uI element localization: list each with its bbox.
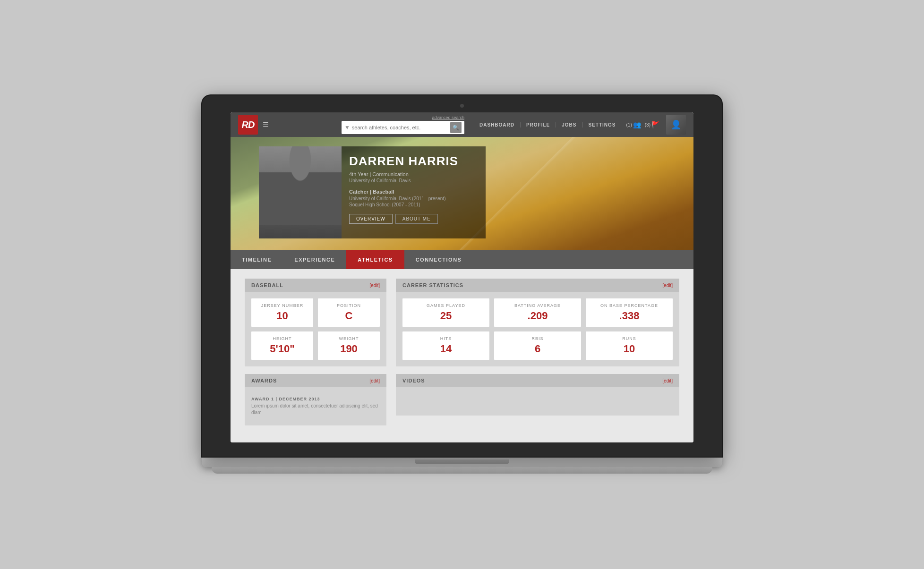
nav-dashboard[interactable]: DASHBOARD <box>474 122 521 127</box>
career-rbis-label: RBIs <box>500 336 575 341</box>
hero-sport-detail-2: Soquel High School (2007 - 2011) <box>349 202 478 207</box>
baseball-stats-grid: JERSEY NUMBER 10 POSITION C HEIGHT 5'10" <box>251 298 380 360</box>
nav-profile[interactable]: PROFILE <box>521 122 556 127</box>
award-title: AWARD 1 | DECEMBER 2013 <box>251 397 380 401</box>
nav-settings[interactable]: SETTINGS <box>583 122 622 127</box>
stat-height-label: HEIGHT <box>257 336 308 341</box>
content-left: BASEBALL [edit] JERSEY NUMBER 10 POSITIO <box>245 279 386 433</box>
career-games-played: GAMES PLAYED 25 <box>402 298 489 327</box>
awards-body: AWARD 1 | DECEMBER 2013 Lorem ipsum dolo… <box>245 387 386 425</box>
career-rbis-value: 6 <box>500 343 575 355</box>
career-batting-label: BATTING AVERAGE <box>500 303 575 308</box>
nav-jobs[interactable]: JOBS <box>556 122 582 127</box>
award-item: AWARD 1 | DECEMBER 2013 Lorem ipsum dolo… <box>251 394 380 419</box>
career-hits-label: HITS <box>408 336 484 341</box>
career-stats-body: GAMES PLAYED 25 BATTING AVERAGE .209 ON … <box>396 292 679 366</box>
career-batting-avg: BATTING AVERAGE .209 <box>494 298 581 327</box>
baseball-edit[interactable]: [edit] <box>369 283 380 288</box>
screen: RD ☰ advanced search ▼ 🔍 DASHBOARD PROFI… <box>231 112 693 442</box>
app-logo[interactable]: RD <box>238 115 258 135</box>
laptop-base <box>202 457 722 467</box>
videos-title: VIDEOS <box>402 378 425 383</box>
career-stats-title: CAREER STATISTICS <box>402 282 463 288</box>
career-runs-label: RUNS <box>591 336 667 341</box>
videos-header: VIDEOS [edit] <box>396 374 679 387</box>
hero-tabs: OVERVIEW ABOUT ME <box>349 214 478 224</box>
career-games-value: 25 <box>408 310 484 322</box>
search-input[interactable] <box>352 125 450 130</box>
content-area: BASEBALL [edit] JERSEY NUMBER 10 POSITIO <box>231 269 693 442</box>
career-on-base: ON BASE PERCENTAGE .338 <box>586 298 673 327</box>
hero-sport: Catcher | Baseball <box>349 189 478 195</box>
stat-height-value: 5'10" <box>257 343 308 355</box>
person-silhouette <box>259 146 342 238</box>
baseball-header: BASEBALL [edit] <box>245 279 386 292</box>
search-bar: ▼ 🔍 <box>342 121 464 134</box>
search-submit-button[interactable]: 🔍 <box>450 122 462 133</box>
career-stats-grid: GAMES PLAYED 25 BATTING AVERAGE .209 ON … <box>402 298 673 360</box>
videos-section: VIDEOS [edit] <box>396 374 679 416</box>
tab-athletics[interactable]: ATHLETICS <box>346 250 404 269</box>
tab-connections[interactable]: CONNECTIONS <box>404 250 473 269</box>
nav-links: DASHBOARD PROFILE JOBS SETTINGS <box>474 122 622 127</box>
career-batting-value: .209 <box>500 310 575 322</box>
flag-count: (3) <box>645 122 650 127</box>
tab-experience[interactable]: EXPERIENCE <box>283 250 346 269</box>
notifications-flag[interactable]: (3) 🚩 <box>645 121 659 128</box>
career-stats-edit[interactable]: [edit] <box>662 283 673 288</box>
laptop-hinge <box>415 459 509 464</box>
awards-edit[interactable]: [edit] <box>369 378 380 383</box>
career-on-base-label: ON BASE PERCENTAGE <box>591 303 667 308</box>
people-count: (1) <box>626 122 632 127</box>
overview-tab[interactable]: OVERVIEW <box>349 214 393 224</box>
stat-weight-label: WEIGHT <box>324 336 374 341</box>
career-stats-section: CAREER STATISTICS [edit] GAMES PLAYED 25 <box>396 279 679 366</box>
camera <box>460 104 464 108</box>
baseball-body: JERSEY NUMBER 10 POSITION C HEIGHT 5'10" <box>245 292 386 366</box>
stat-position-value: C <box>324 310 374 322</box>
hero-overlay: DARREN HARRIS 4th Year | Communication U… <box>259 146 486 238</box>
hero-section: DARREN HARRIS 4th Year | Communication U… <box>231 137 693 250</box>
nav-icons: (1) 👥 (3) 🚩 👤 <box>626 115 686 135</box>
hero-university: University of California, Davis <box>349 178 478 183</box>
videos-body <box>396 387 679 416</box>
flag-icon: 🚩 <box>651 121 659 128</box>
career-hits-value: 14 <box>408 343 484 355</box>
advanced-search-link[interactable]: advanced search <box>432 115 464 120</box>
career-on-base-value: .338 <box>591 310 667 322</box>
awards-title: AWARDS <box>251 378 277 383</box>
stat-jersey-value: 10 <box>257 310 308 322</box>
baseball-section: BASEBALL [edit] JERSEY NUMBER 10 POSITIO <box>245 279 386 366</box>
career-games-label: GAMES PLAYED <box>408 303 484 308</box>
tab-timeline[interactable]: TIMELINE <box>231 250 283 269</box>
hero-sport-detail-1: University of California, Davis (2011 - … <box>349 196 478 201</box>
award-description: Lorem ipsum dolor sit amet, consectetuer… <box>251 403 380 416</box>
search-area: advanced search ▼ 🔍 <box>273 115 464 134</box>
career-runs: RUNS 10 <box>586 331 673 360</box>
screen-bezel: RD ☰ advanced search ▼ 🔍 DASHBOARD PROFI… <box>202 95 722 457</box>
user-avatar-nav[interactable]: 👤 <box>666 115 686 135</box>
stat-weight: WEIGHT 190 <box>318 331 380 360</box>
about-me-tab[interactable]: ABOUT ME <box>395 214 438 224</box>
profile-nav: TIMELINE EXPERIENCE ATHLETICS CONNECTION… <box>231 250 693 269</box>
stat-jersey: JERSEY NUMBER 10 <box>251 298 313 327</box>
awards-section: AWARDS [edit] AWARD 1 | DECEMBER 2013 Lo… <box>245 374 386 425</box>
menu-icon[interactable]: ☰ <box>263 121 269 128</box>
hero-photo <box>259 146 342 238</box>
baseball-title: BASEBALL <box>251 282 283 288</box>
stat-weight-value: 190 <box>324 343 374 355</box>
laptop-bottom <box>212 467 712 474</box>
hero-year: 4th Year | Communication <box>349 171 478 177</box>
videos-edit[interactable]: [edit] <box>662 378 673 383</box>
notifications-people[interactable]: (1) 👥 <box>626 121 641 128</box>
career-hits: HITS 14 <box>402 331 489 360</box>
stat-position-label: POSITION <box>324 303 374 308</box>
laptop-wrapper: RD ☰ advanced search ▼ 🔍 DASHBOARD PROFI… <box>202 95 722 474</box>
career-rbis: RBIs 6 <box>494 331 581 360</box>
awards-header: AWARDS [edit] <box>245 374 386 387</box>
stat-height: HEIGHT 5'10" <box>251 331 313 360</box>
career-runs-value: 10 <box>591 343 667 355</box>
people-icon: 👥 <box>633 121 641 128</box>
stat-position: POSITION C <box>318 298 380 327</box>
content-right: CAREER STATISTICS [edit] GAMES PLAYED 25 <box>396 279 679 433</box>
